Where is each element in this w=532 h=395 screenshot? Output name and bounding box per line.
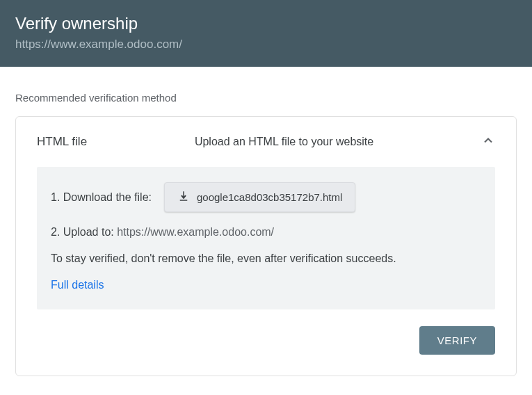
page-url: https://www.example.odoo.com/ — [15, 38, 517, 51]
verification-card: HTML file Upload an HTML file to your we… — [15, 116, 517, 376]
step-1-label: 1. Download the file: — [51, 191, 152, 204]
verification-note: To stay verified, don't remove the file,… — [51, 252, 481, 265]
section-label: Recommended verification method — [15, 92, 532, 104]
download-file-button[interactable]: google1ca8d03cb35172b7.html — [164, 182, 355, 212]
card-subtitle: Upload an HTML file to your website — [115, 136, 453, 148]
card-header-toggle[interactable]: HTML file Upload an HTML file to your we… — [16, 117, 516, 167]
instructions-panel: 1. Download the file: google1ca8d03cb351… — [37, 167, 495, 309]
verify-button[interactable]: VERIFY — [419, 326, 495, 355]
full-details-link[interactable]: Full details — [51, 279, 481, 291]
chevron-up-icon — [481, 134, 495, 150]
step-1: 1. Download the file: google1ca8d03cb351… — [51, 182, 481, 212]
step-2: 2. Upload to: https://www.example.odoo.c… — [51, 226, 481, 239]
card-title: HTML file — [37, 135, 87, 149]
page-title: Verify ownership — [15, 14, 517, 33]
download-icon — [177, 190, 190, 204]
svg-rect-0 — [180, 200, 188, 201]
step-2-prefix: 2. Upload to: — [51, 226, 117, 238]
upload-url: https://www.example.odoo.com/ — [117, 226, 274, 238]
page-header: Verify ownership https://www.example.odo… — [0, 0, 532, 67]
verify-row: VERIFY — [16, 326, 516, 376]
download-filename: google1ca8d03cb35172b7.html — [197, 191, 342, 203]
